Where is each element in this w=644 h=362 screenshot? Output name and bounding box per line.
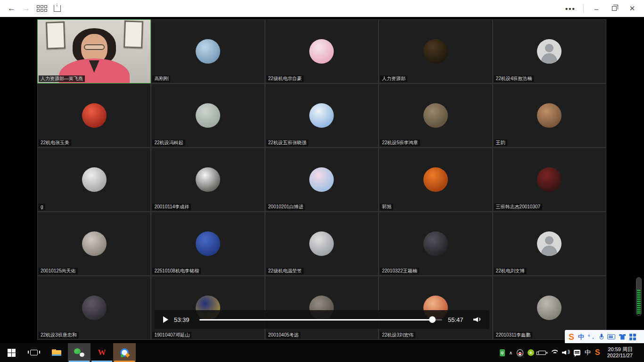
antivirus-icon[interactable]: + [528,349,534,356]
sogou-logo-icon[interactable]: S [569,333,574,341]
participant-tile[interactable]: 22510108机电李铭楷 [151,212,264,275]
wechat-button[interactable] [68,343,91,362]
participant-tile[interactable]: 22级机电宗自豪 [265,20,378,83]
avatar [537,103,561,128]
ime-mode-chinese[interactable]: 中 [578,333,584,341]
participant-tile[interactable]: 王韵 [493,84,606,147]
total-time: 55:47 [448,316,468,323]
participant-name: 20010405考远 [266,332,301,338]
participant-tile[interactable]: 高刚刚 [151,20,264,83]
participant-tile[interactable]: 22机设4班敖浩楠 [493,20,606,83]
taskbar-clock[interactable]: 20:59 周日 2022/11/27 [604,346,636,359]
clock-date: 2022/11/27 [607,353,633,358]
participant-tile[interactable]: 22010322王颖楠 [379,212,492,275]
close-icon[interactable]: ✕ [624,1,640,16]
participant-name: 高刚刚 [152,75,170,82]
avatar [423,231,448,256]
avatar [196,167,220,192]
forward-icon[interactable]: → [22,4,30,13]
participant-name: 人力资源部 [380,75,407,82]
avatar [82,103,107,128]
meeting-playback-window: ← → ••• – ✕ 人力资源部—荚飞燕 [0,0,644,362]
participant-grid: 人力资源部—荚飞燕 高刚刚 22级机电宗自豪 [38,20,606,339]
participant-tile[interactable]: 20010405考远 [265,276,378,339]
notification-icon[interactable] [574,350,580,355]
tray-expand-icon[interactable]: ∧ [509,350,512,355]
task-view-icon [30,350,38,355]
wall-frame [46,21,66,49]
minimize-icon[interactable]: – [588,1,604,16]
participant-tile[interactable]: 22机设5班李鸿章 [379,84,492,147]
download-icon[interactable] [54,5,61,12]
progress-track[interactable] [199,319,442,321]
restore-icon[interactable] [606,1,622,16]
progress-thumb[interactable] [429,316,436,323]
meeting-app-icon [120,348,129,357]
participant-tile[interactable]: 19010407邓延山 [151,276,264,339]
participant-tile[interactable]: g [38,148,150,211]
wps-button[interactable]: W [91,343,113,362]
avatar [309,103,334,128]
more-icon[interactable]: ••• [562,1,578,16]
mic-icon[interactable] [600,334,603,340]
participant-tile[interactable]: 22机设3刘宏伟 [379,276,492,339]
playback-bar: 53:39 55:47 [155,310,489,329]
file-explorer-button[interactable] [45,343,68,362]
avatar [423,103,448,128]
participant-tile[interactable]: 20010114李成祥 [151,148,264,211]
task-view-button[interactable] [23,343,45,362]
usb-device-icon[interactable]: ψ [500,349,505,356]
participant-tile[interactable]: 郭旭 [379,148,492,211]
speaker-icon[interactable] [562,350,570,356]
avatar [309,39,334,64]
skin-icon[interactable] [619,334,626,340]
participant-name: g [39,204,45,210]
keyboard-icon[interactable] [607,334,615,339]
participant-tile[interactable]: 22机电张玉美 [38,84,150,147]
participant-name: 22机设冯科起 [152,140,185,146]
participant-name: 22机电刘文博 [494,268,527,274]
qq-icon[interactable] [517,349,523,356]
sogou-tray-icon[interactable]: S [595,348,600,357]
ime-punctuation[interactable]: °， [588,333,596,340]
input-mode-indicator[interactable]: 中 [585,348,591,357]
back-icon[interactable]: ← [8,4,16,13]
start-button[interactable] [0,343,23,362]
titlebar: ← → ••• – ✕ [0,0,644,17]
meeting-app-button[interactable] [113,343,136,362]
mic-level-meter[interactable] [636,277,642,316]
participant-tile[interactable]: 三班韩志杰20010307 [493,148,606,211]
wifi-icon[interactable] [550,350,558,355]
avatar [82,231,107,256]
participant-name: 22机设五班张晓强 [266,140,308,146]
avatar [537,231,561,256]
participant-tile[interactable]: 22级机电温茔笠 [265,212,378,275]
participant-tile[interactable]: 22机设五班张晓强 [265,84,378,147]
participant-tile[interactable]: 22机电刘文博 [493,212,606,275]
titlebar-separator [583,4,584,13]
avatar [423,167,448,192]
titlebar-left: ← → [0,4,61,13]
participant-tile[interactable]: 人力资源部 [379,20,492,83]
play-icon[interactable] [163,316,168,323]
taskbar: W ψ ∧ + 中 S 20:59 周日 2022/11/27 [0,343,644,362]
participant-name: 20010125尚天佑 [39,268,78,274]
avatar [537,39,561,64]
wechat-icon [74,348,84,357]
grid-view-icon[interactable] [37,5,47,12]
toolbox-icon[interactable] [629,334,636,340]
participant-name: 22机设4班敖浩楠 [494,75,534,82]
participant-tile[interactable]: 22机设冯科起 [151,84,264,147]
titlebar-right: ••• – ✕ [562,1,644,16]
participant-name: 22级机电宗自豪 [266,75,304,82]
participant-name: 22机设5班李鸿章 [380,140,420,146]
participant-tile[interactable]: 20010125尚天佑 [38,212,150,275]
participant-tile[interactable]: 人力资源部—荚飞燕 [38,20,150,83]
participant-tile[interactable]: 20010201白博进 [265,148,378,211]
volume-icon[interactable] [473,316,481,323]
system-tray: ψ ∧ + 中 S 20:59 周日 2022/11/27 [500,343,644,362]
avatar [309,167,334,192]
battery-icon[interactable] [538,351,546,355]
progress-filled [199,319,432,321]
participant-tile[interactable]: 22机设3班唐忠和 [38,276,150,339]
